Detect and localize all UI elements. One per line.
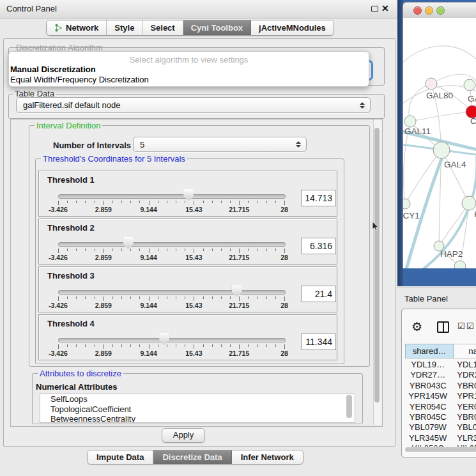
number-of-intervals-combobox[interactable]: 5 — [133, 137, 307, 152]
slider-track[interactable] — [58, 242, 286, 247]
slider-tick — [76, 249, 77, 251]
table-row[interactable]: YBR043CYBR043C — [405, 381, 476, 391]
table-row[interactable]: YBL079WYBL079W — [405, 422, 476, 433]
slider-tick — [67, 249, 68, 251]
slider-thumb[interactable] — [159, 333, 169, 345]
cell-name[interactable]: YDR27 — [450, 370, 476, 380]
table-data-combobox[interactable]: galFiltered.sif default node — [16, 97, 371, 113]
network-node[interactable] — [433, 142, 450, 158]
slider-tick — [149, 344, 150, 349]
slider-tick-label: 2.859 — [95, 302, 112, 309]
cell-shared-name[interactable]: YDL19… — [405, 360, 450, 370]
slider-tick — [58, 201, 59, 205]
slider-thumb[interactable] — [183, 189, 194, 201]
tab-select[interactable]: Select — [142, 20, 183, 35]
threshold-label: Threshold 4 — [47, 319, 95, 328]
float-window-icon[interactable] — [371, 6, 378, 12]
threshold-value-input[interactable]: 14.713 — [301, 190, 336, 206]
table-row[interactable]: YPR145WYPR145W — [405, 391, 476, 401]
cell-shared-name[interactable]: YBR045C — [405, 412, 450, 422]
attribute-item-selfloops[interactable]: SelfLoops — [40, 394, 355, 404]
table-row[interactable]: YDR27…YDR27 — [405, 370, 476, 380]
cell-name[interactable]: YPR145W — [450, 391, 476, 401]
slider-tick — [266, 296, 267, 299]
slider-tick — [58, 249, 59, 253]
minimize-traffic-light-icon[interactable] — [425, 6, 433, 15]
slider-tick-label: 21.715 — [229, 254, 249, 261]
cell-shared-name[interactable]: YLR345W — [405, 433, 450, 443]
threshold-value-input[interactable]: 21.4 — [301, 286, 336, 302]
threshold-value-input[interactable]: 11.344 — [301, 334, 336, 350]
slider-tick — [221, 249, 222, 251]
deselect-all-checkbox-icon[interactable]: ☑ — [466, 321, 474, 331]
vertical-scrollbar-thumb[interactable] — [374, 128, 380, 403]
number-of-intervals-label: Number of Intervals — [53, 141, 131, 150]
split-columns-icon[interactable] — [437, 321, 449, 333]
slider-tick — [104, 296, 104, 301]
table-row[interactable]: YER054CYER054C — [405, 402, 476, 412]
slider-tick — [104, 344, 104, 349]
slider-thumb[interactable] — [123, 237, 134, 249]
slider-track[interactable] — [58, 338, 286, 342]
network-edge[interactable] — [410, 112, 472, 121]
slider-tick — [248, 296, 249, 299]
thresholds-container: Threshold 1-3.4262.8599.14415.4321.71528… — [38, 171, 337, 359]
threshold-value-input[interactable]: 6.316 — [301, 238, 336, 254]
tab-infer-network[interactable]: Infer Network — [232, 450, 303, 464]
cell-name[interactable]: YBL079W — [450, 422, 476, 433]
network-edge[interactable] — [403, 46, 476, 67]
slider-track[interactable] — [58, 290, 286, 295]
apply-button[interactable]: Apply — [162, 428, 205, 443]
slider-track[interactable] — [58, 194, 286, 199]
tab-style[interactable]: Style — [107, 20, 142, 35]
cell-shared-name[interactable]: YER054C — [405, 402, 450, 412]
attribute-item-topologicalcoefficient[interactable]: TopologicalCoefficient — [40, 404, 355, 415]
network-canvas[interactable]: GAL80GACGAL11GAL4GCY1HHAP2 — [403, 18, 476, 268]
algorithm-option-manual-discretization[interactable]: Manual Discretization — [9, 65, 369, 75]
cell-name[interactable]: YBR043C — [450, 381, 476, 391]
cell-name[interactable]: YER054C — [450, 402, 476, 412]
network-window-titlebar[interactable] — [403, 2, 476, 19]
algorithm-option-equal-width-frequency-discretization[interactable]: Equal Width/Frequency Discretization — [9, 75, 369, 85]
zoom-traffic-light-icon[interactable] — [436, 6, 445, 15]
close-traffic-light-icon[interactable] — [413, 6, 422, 15]
slider-tick — [284, 296, 285, 301]
network-node[interactable] — [454, 261, 466, 268]
slider-thumb[interactable] — [232, 285, 242, 297]
network-edge[interactable] — [441, 150, 469, 203]
cell-shared-name[interactable]: YPR145W — [405, 391, 450, 401]
table-row[interactable]: YLR345WYLR345W — [405, 433, 476, 443]
slider-tick-label: 2.859 — [95, 349, 112, 357]
cell-shared-name[interactable]: YDR27… — [405, 370, 450, 380]
column-header-name[interactable]: name — [454, 344, 476, 358]
cell-name[interactable]: YDL19 — [450, 360, 476, 370]
tab-discretize-data[interactable]: Discretize Data — [153, 450, 231, 464]
network-node[interactable] — [404, 116, 416, 127]
tab-network[interactable]: Network — [47, 20, 107, 35]
cell-name[interactable]: YLR345W — [450, 433, 476, 443]
network-node[interactable] — [464, 79, 475, 91]
network-node[interactable] — [426, 78, 437, 89]
cell-name[interactable]: YBR045C — [450, 412, 476, 422]
gear-icon[interactable]: ⚙ — [411, 319, 422, 334]
slider-tick — [230, 201, 231, 203]
network-node[interactable] — [403, 199, 410, 209]
attribute-item-betweennesscentrality[interactable]: BetweennessCentrality — [40, 414, 355, 423]
numerical-attributes-list[interactable]: SelfLoopsTopologicalCoefficientBetweenne… — [40, 394, 355, 423]
column-header-shared-name[interactable]: shared… — [405, 344, 454, 358]
slider-tick-label: 9.144 — [140, 254, 157, 261]
tab-impute-data[interactable]: Impute Data — [88, 450, 153, 464]
attributes-list-scrollbar-thumb[interactable] — [346, 395, 352, 418]
horizontal-scrollbar-thumb[interactable] — [405, 447, 476, 452]
tab-jactivemnodules[interactable]: jActiveMNodules — [251, 20, 334, 35]
table-row[interactable]: YDL19…YDL19 — [405, 360, 476, 370]
cell-shared-name[interactable]: YBR043C — [405, 381, 450, 391]
threshold-panel: Threshold 4-3.4262.8599.14415.4321.71528… — [38, 314, 337, 360]
select-all-checkbox-icon[interactable]: ☑ — [457, 321, 465, 331]
table-row[interactable]: YBR045CYBR045C — [405, 412, 476, 422]
cell-shared-name[interactable]: YBL079W — [405, 422, 450, 433]
slider-tick — [212, 296, 213, 299]
network-node[interactable] — [462, 196, 476, 210]
tab-cyni-toolbox[interactable]: Cyni Toolbox — [183, 20, 251, 35]
close-icon[interactable]: ✕ — [381, 3, 389, 13]
